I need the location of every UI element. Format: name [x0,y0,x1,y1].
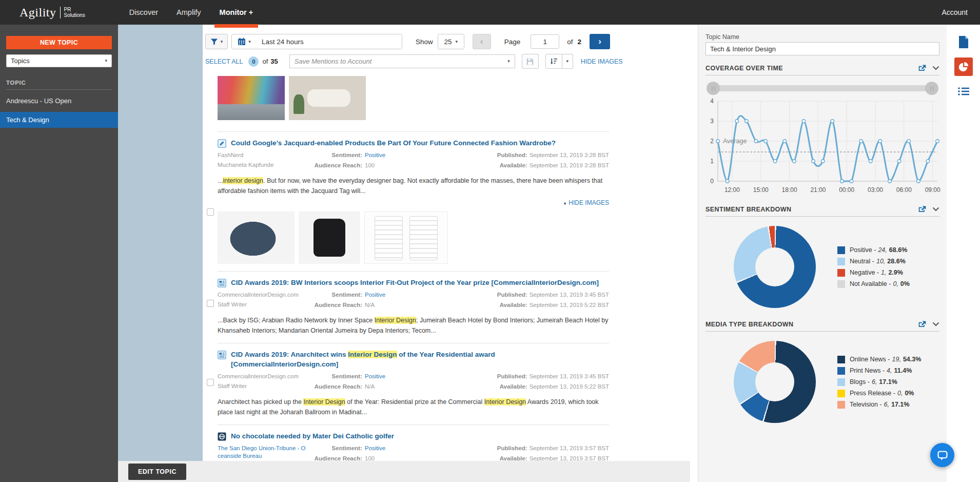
legend-swatch [837,356,845,363]
topics-sidebar: NEW TOPIC Topics ▾ TOPIC Andreescu - US … [0,25,118,482]
page-size-select[interactable]: 25 ▾ [438,34,464,49]
prev-page-button[interactable]: ‹ [473,34,491,49]
mention-snippet: ...interior design. But for now, we have… [218,176,609,196]
topics-dropdown[interactable]: Topics ▾ [6,54,112,67]
total-pages: 2 [578,38,582,46]
slider-handle-left[interactable] [707,82,720,95]
chevron-down-icon[interactable] [932,207,939,211]
reach-value: N/A [365,383,375,390]
sentiment-label: Sentiment: [306,291,362,299]
nav-discover[interactable]: Discover [129,0,158,25]
mention-image-denim-jacket[interactable] [218,211,295,264]
mention-title[interactable]: Could Google’s Jacquard-enabled Products… [231,139,556,148]
mentions-view-button[interactable] [954,33,973,51]
chat-widget-button[interactable] [930,443,954,467]
chat-bubble-icon [936,449,949,461]
coverage-title: COVERAGE OVER TIME [705,65,783,72]
list-view-button[interactable] [954,82,973,101]
hide-images-link[interactable]: ▴ HIDE IMAGES [564,199,609,206]
legend-item-online-news: Online News -19,54.3% [837,356,921,363]
mention-source: FashNerd [218,151,306,160]
next-page-button[interactable]: › [590,34,610,49]
mention-author: Staff Writer [218,301,306,309]
mention-article-1: Could Google’s Jacquard-enabled Products… [218,139,609,272]
reach-label: Audience Reach: [306,383,362,391]
slider-track[interactable] [711,85,934,91]
mention-checkbox[interactable] [207,300,214,307]
published-label: Published: [497,152,527,158]
logo-solutions: Solutions [64,12,85,18]
legend-swatch [837,258,845,265]
export-icon[interactable] [918,320,927,328]
reach-label: Audience Reach: [306,162,362,170]
chevron-down-icon: ▾ [507,59,510,64]
mention-image-phone-screens[interactable] [364,211,448,264]
mentions-list-panel: ▾ ▾ Show 25 ▾ ‹ Page of 2 › SELE [203,25,690,461]
mention-checkbox[interactable] [207,379,214,386]
new-topic-button[interactable]: NEW TOPIC [6,36,112,49]
panel-view-switcher [947,25,980,482]
chevron-down-icon[interactable] [932,322,939,326]
select-all-link[interactable]: SELECT ALL [205,58,243,65]
hide-images-label: HIDE IMAGES [569,199,609,206]
available-value: September 13, 2019 3:28 BST [530,162,609,168]
filter-button[interactable]: ▾ [205,34,228,49]
chevron-down-icon: ▾ [456,40,458,44]
of-label: of [262,57,268,65]
mention-title[interactable]: CID Awards 2019: Anarchitect wins Interi… [231,350,600,370]
mention-source-link[interactable]: The San Diego Union-Tribune - Oceanside … [218,445,306,460]
sort-options-button[interactable]: ▾ [562,54,573,69]
date-range-input[interactable] [257,34,402,49]
hide-images-link[interactable]: HIDE IMAGES [581,58,623,65]
mention-image-backpack[interactable] [299,211,360,264]
mention-checkbox[interactable] [207,208,214,216]
published-value: September 13, 2019 3:28 BST [530,152,609,158]
svg-text:3: 3 [710,118,714,125]
sentiment-section: SENTIMENT BREAKDOWN Positive -24,68.6% N… [705,205,939,308]
previous-mention-images [218,76,609,132]
sentiment-value: Positive [365,373,385,379]
left-gutter [118,25,203,461]
export-icon[interactable] [918,205,927,213]
topics-dropdown-value: Topics [11,57,30,65]
available-label: Available: [500,302,527,308]
published-value: September 13, 2019 3:57 BST [530,445,609,451]
slider-handle-right[interactable] [925,82,938,95]
available-value: September 13, 2019 5:22 BST [530,302,609,308]
published-label: Published: [497,373,527,379]
date-range-button[interactable]: ▾ [232,34,257,49]
export-icon[interactable] [918,64,927,72]
nav-account[interactable]: Account [942,8,968,16]
print-news-icon [218,432,226,441]
mention-meta: The San Diego Union-Tribune - Oceanside … [218,445,609,461]
page-label: Page [504,38,521,46]
mention-title[interactable]: CID Awards 2019: BW Interiors scoops Int… [231,278,599,288]
mention-image-graffiti-bedroom[interactable] [218,76,285,120]
selected-count-badge: 0 [248,56,259,67]
mention-image-hanging-daybed[interactable] [289,76,366,120]
nav-amplify[interactable]: Amplify [177,0,201,25]
mention-article-2: CID Awards 2019: BW Interiors scoops Int… [218,278,609,343]
sidebar-item-tech-and-design[interactable]: Tech & Design [0,112,118,128]
analytics-view-button[interactable] [954,57,973,76]
mention-article-4: No chocolate needed by Mater Dei Catholi… [218,432,609,461]
floppy-disk-icon [526,57,534,66]
topic-section-header: TOPIC [6,80,112,90]
mention-snippet: Anarchitect has picked up the Interior D… [218,397,609,417]
save-button[interactable] [522,54,539,69]
chevron-down-icon[interactable] [932,66,939,70]
topic-name-input[interactable] [705,42,939,55]
sidebar-item-andreescu-us-open[interactable]: Andreescu - US Open [0,93,118,109]
published-value: September 13, 2019 3:45 BST [530,373,609,379]
coverage-header: COVERAGE OVER TIME [705,64,939,75]
mention-title[interactable]: No chocolate needed by Mater Dei Catholi… [231,432,394,441]
save-mentions-dropdown[interactable]: Save Mentions to Account ▾ [289,54,515,68]
edit-topic-button[interactable]: EDIT TOPIC [128,464,186,480]
time-range-slider[interactable] [707,82,938,95]
newspaper-icon [218,351,226,359]
page-number-input[interactable] [531,34,559,49]
coverage-line-chart: 0123412:0015:0018:0021:0000:0003:0006:00… [705,96,943,197]
list-icon [957,86,970,97]
sort-button[interactable] [545,54,562,69]
nav-monitor[interactable]: Monitor + [220,0,253,25]
